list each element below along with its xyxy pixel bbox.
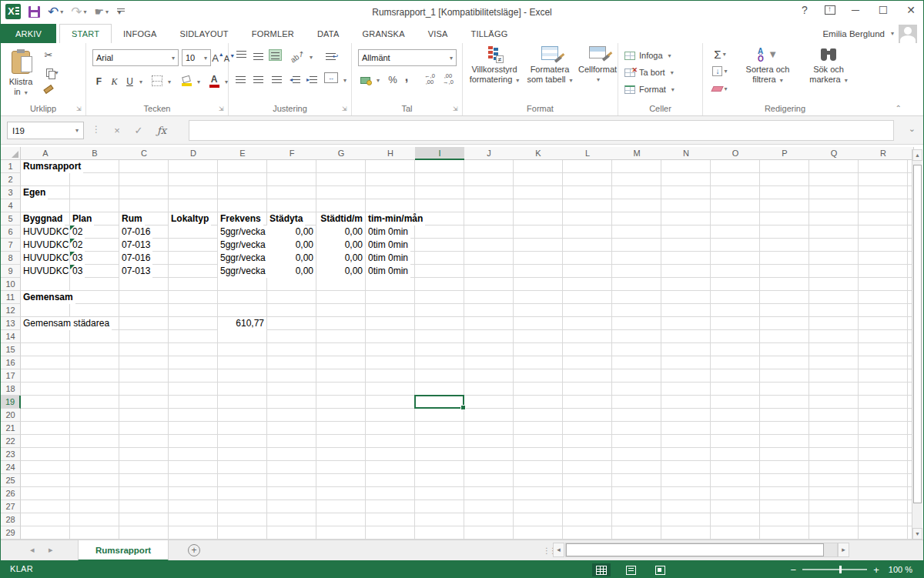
column-header-D[interactable]: D — [169, 147, 219, 160]
cell-E8[interactable]: 5ggr/vecka — [218, 252, 268, 265]
cell-A11[interactable]: Gemensam — [21, 291, 75, 304]
row-header-26[interactable]: 26 — [1, 487, 21, 500]
cell-B5[interactable]: Plan — [70, 212, 94, 226]
cell-A8[interactable]: HUVUDKC — [21, 252, 69, 265]
select-all-corner[interactable] — [1, 147, 21, 160]
orientation-button[interactable]: ab↗ — [286, 45, 308, 66]
expand-formula-bar-icon[interactable]: ⌄ — [909, 124, 916, 134]
row-header-21[interactable]: 21 — [1, 422, 21, 435]
font-color-button[interactable]: A — [208, 72, 220, 90]
normal-view-button[interactable] — [592, 563, 611, 576]
column-header-B[interactable]: B — [70, 147, 120, 160]
zoom-slider-handle[interactable] — [839, 566, 842, 573]
row-header-24[interactable]: 24 — [1, 461, 21, 474]
chevron-down-icon[interactable]: ▾ — [374, 75, 382, 85]
align-right-button[interactable] — [269, 74, 282, 85]
zoom-out-icon[interactable]: − — [791, 564, 797, 576]
cell-E5[interactable]: Frekvens — [218, 212, 263, 226]
cell-H7[interactable]: 0tim 0min — [366, 239, 410, 252]
ribbon-tab-arkiv[interactable]: ARKIV — [1, 24, 56, 43]
delete-cells-button[interactable]: ✕ Ta bort▾ — [624, 65, 674, 80]
insert-cells-button[interactable]: Infoga▾ — [624, 48, 671, 63]
format-cells-button[interactable]: Format▾ — [624, 82, 675, 97]
sort-filter-button[interactable]: A Ö ▼ Sortera och filtrera ▾ — [737, 46, 798, 85]
name-box[interactable]: I19 ▾ — [7, 122, 84, 139]
row-header-4[interactable]: 4 — [1, 199, 21, 212]
decrease-indent-button[interactable]: ◂ — [287, 74, 303, 85]
add-sheet-icon[interactable]: + — [188, 544, 200, 556]
row-header-18[interactable]: 18 — [1, 383, 21, 396]
column-header-I[interactable]: I — [415, 147, 465, 160]
italic-button[interactable]: K — [108, 74, 121, 89]
row-header-22[interactable]: 22 — [1, 435, 21, 448]
zoom-in-icon[interactable]: + — [873, 564, 879, 576]
cell-D5[interactable]: Lokaltyp — [169, 212, 211, 226]
ribbon-display-icon[interactable] — [825, 5, 835, 15]
ribbon-tab-data[interactable]: DATA — [306, 24, 351, 43]
column-header-K[interactable]: K — [514, 147, 564, 160]
page-layout-view-button[interactable] — [621, 563, 640, 576]
format-as-table-button[interactable]: Formatera som tabell ▾ — [524, 46, 575, 85]
ribbon-tab-formler[interactable]: FORMLER — [240, 24, 306, 43]
percent-style-button[interactable]: % — [386, 72, 400, 86]
dialog-launcher-icon[interactable]: ⇲ — [76, 105, 83, 112]
row-header-1[interactable]: 1 — [1, 160, 21, 173]
name-box-splitter[interactable]: ⋮ — [92, 124, 100, 135]
cell-A13[interactable]: Gemensam städarea — [21, 317, 112, 330]
row-header-2[interactable]: 2 — [1, 173, 21, 186]
cell-A1[interactable]: Rumsrapport — [21, 160, 83, 173]
row-header-27[interactable]: 27 — [1, 500, 21, 513]
align-left-button[interactable] — [235, 74, 248, 85]
worksheet-grid[interactable]: ABCDEFGHIJKLMNOPQR 123456789101112131415… — [1, 147, 914, 540]
chevron-down-icon[interactable]: ▾ — [341, 75, 349, 85]
row-header-23[interactable]: 23 — [1, 448, 21, 461]
cell-G5[interactable]: Städtid/m — [316, 212, 365, 226]
row-header-13[interactable]: 13 — [1, 317, 21, 330]
ribbon-tab-granska[interactable]: GRANSKA — [350, 24, 416, 43]
row-header-17[interactable]: 17 — [1, 369, 21, 383]
dialog-launcher-icon[interactable]: ⇲ — [219, 105, 226, 112]
scroll-up-icon[interactable]: ▲ — [912, 149, 922, 161]
chevron-down-icon[interactable]: ▾ — [195, 77, 203, 86]
dialog-launcher-icon[interactable]: ⇲ — [453, 105, 460, 112]
column-header-F[interactable]: F — [267, 147, 317, 160]
column-header-G[interactable]: G — [316, 147, 367, 160]
page-break-view-button[interactable] — [651, 563, 669, 576]
sheet-nav-left-icon[interactable]: ◂ — [30, 545, 35, 555]
column-header-H[interactable]: H — [366, 147, 416, 160]
hscroll-right-icon[interactable]: ▸ — [838, 543, 849, 557]
row-header-14[interactable]: 14 — [1, 330, 21, 343]
vertical-scrollbar[interactable]: ▲ ▼ — [912, 149, 922, 540]
cell-B6[interactable]: 02 — [70, 226, 85, 239]
hscroll-left-icon[interactable]: ◂ — [553, 543, 564, 557]
cell-C7[interactable]: 07-013 — [119, 239, 152, 252]
cut-button[interactable]: ✂ — [41, 48, 56, 61]
align-top-button[interactable] — [235, 51, 248, 62]
number-format-combo[interactable]: Allmänt▾ — [358, 49, 457, 66]
column-header-L[interactable]: L — [563, 147, 613, 160]
column-header-A[interactable]: A — [21, 147, 71, 160]
format-painter-button[interactable] — [41, 83, 56, 95]
vertical-scrollbar-thumb[interactable] — [913, 165, 922, 503]
cancel-icon[interactable]: × — [107, 122, 127, 139]
maximize-icon[interactable]: ☐ — [875, 4, 891, 16]
row-header-25[interactable]: 25 — [1, 474, 21, 487]
cell-A3[interactable]: Egen — [21, 186, 48, 199]
column-header-N[interactable]: N — [661, 147, 711, 160]
cell-A9[interactable]: HUVUDKC — [21, 265, 69, 278]
column-header-O[interactable]: O — [711, 147, 761, 160]
cell-F8[interactable]: 0,00 — [267, 252, 316, 265]
cell-E7[interactable]: 5ggr/vecka — [218, 239, 268, 252]
collapse-ribbon-icon[interactable]: ⌃ — [896, 104, 902, 112]
underline-button[interactable]: U — [123, 74, 136, 89]
comma-style-button[interactable]: , — [401, 69, 412, 85]
accounting-format-button[interactable] — [358, 74, 372, 86]
formula-input[interactable] — [189, 120, 894, 141]
find-select-button[interactable]: Sök och markera ▾ — [802, 46, 855, 85]
row-header-11[interactable]: 11 — [1, 291, 21, 304]
column-header-P[interactable]: P — [760, 147, 810, 160]
row-header-19[interactable]: 19 — [1, 396, 21, 409]
column-header-M[interactable]: M — [612, 147, 662, 160]
cell-C6[interactable]: 07-016 — [119, 226, 152, 239]
cell-H8[interactable]: 0tim 0min — [366, 252, 410, 265]
